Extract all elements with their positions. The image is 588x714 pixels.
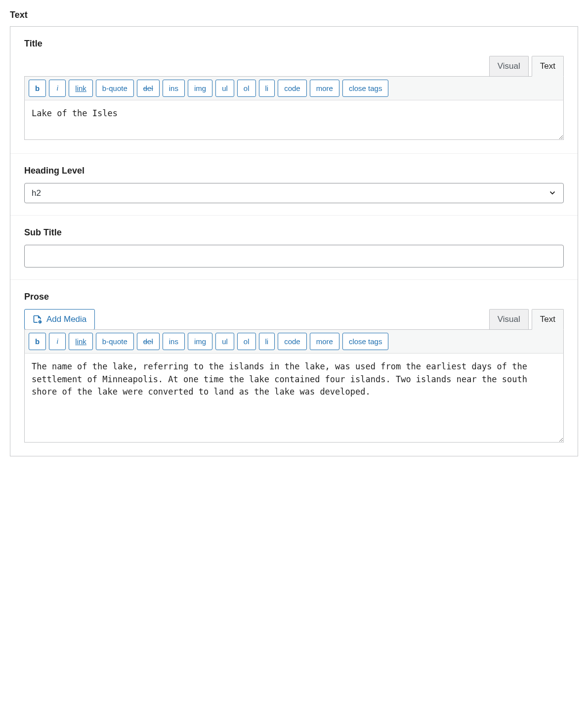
prose-label: Prose [24, 292, 564, 302]
close-tags-button[interactable]: close tags [342, 80, 389, 97]
prose-toolbar: b i link b-quote del ins img ul ol li co… [24, 329, 564, 354]
add-media-button[interactable]: Add Media [24, 309, 95, 330]
code-button[interactable]: code [278, 80, 307, 97]
ins-button[interactable]: ins [163, 333, 185, 350]
del-button[interactable]: del [137, 333, 160, 350]
del-button[interactable]: del [137, 80, 160, 97]
text-section: Text Title Visual Text b i link b-quote … [10, 10, 578, 456]
tab-visual[interactable]: Visual [489, 56, 529, 77]
close-tags-button[interactable]: close tags [342, 333, 389, 350]
ol-button[interactable]: ol [237, 80, 256, 97]
heading-level-field-block: Heading Level h2 [10, 154, 578, 216]
ol-button[interactable]: ol [237, 333, 256, 350]
tab-text[interactable]: Text [532, 309, 564, 330]
bquote-button[interactable]: b-quote [96, 333, 134, 350]
tab-visual[interactable]: Visual [489, 309, 529, 330]
more-button[interactable]: more [310, 80, 339, 97]
media-icon [33, 314, 42, 324]
italic-button[interactable]: i [49, 80, 66, 97]
bold-button[interactable]: b [29, 333, 46, 350]
bquote-button[interactable]: b-quote [96, 80, 134, 97]
ul-button[interactable]: ul [215, 80, 234, 97]
section-header: Text [10, 10, 578, 20]
subtitle-label: Sub Title [24, 227, 564, 238]
prose-field-block: Prose Add Media Visual Text b i link b-q… [10, 280, 578, 456]
subtitle-input[interactable] [24, 245, 564, 268]
title-textarea[interactable] [24, 100, 564, 140]
ul-button[interactable]: ul [215, 333, 234, 350]
prose-textarea[interactable] [24, 354, 564, 443]
more-button[interactable]: more [310, 333, 339, 350]
li-button[interactable]: li [259, 333, 275, 350]
img-button[interactable]: img [188, 333, 212, 350]
title-editor-tabs: Visual Text [24, 56, 564, 77]
li-button[interactable]: li [259, 80, 275, 97]
img-button[interactable]: img [188, 80, 212, 97]
link-button[interactable]: link [69, 80, 93, 97]
add-media-label: Add Media [46, 314, 86, 324]
title-toolbar: b i link b-quote del ins img ul ol li co… [24, 76, 564, 100]
prose-editor-tabs: Visual Text [486, 309, 564, 330]
ins-button[interactable]: ins [163, 80, 185, 97]
fields-container: Title Visual Text b i link b-quote del i… [10, 26, 578, 456]
link-button[interactable]: link [69, 333, 93, 350]
code-button[interactable]: code [278, 333, 307, 350]
title-field-block: Title Visual Text b i link b-quote del i… [10, 27, 578, 154]
tab-text[interactable]: Text [532, 56, 564, 77]
title-label: Title [24, 39, 564, 49]
bold-button[interactable]: b [29, 80, 46, 97]
italic-button[interactable]: i [49, 333, 66, 350]
subtitle-field-block: Sub Title [10, 216, 578, 280]
heading-level-select[interactable]: h2 [24, 183, 564, 203]
heading-level-label: Heading Level [24, 166, 564, 176]
